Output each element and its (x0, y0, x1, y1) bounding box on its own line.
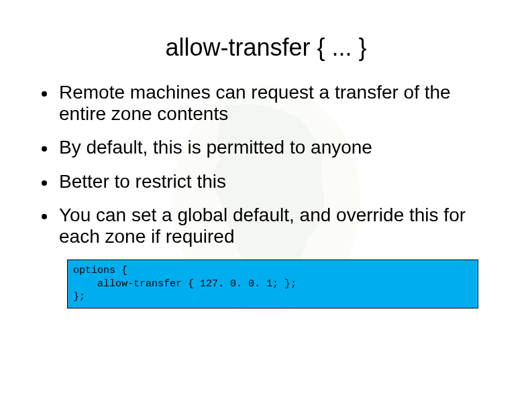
list-item: By default, this is permitted to anyone (42, 137, 492, 158)
bullet-text: You can set a global default, and overri… (59, 205, 492, 247)
bullet-text: Remote machines can request a transfer o… (59, 82, 492, 125)
bullet-text: By default, this is permitted to anyone (59, 137, 372, 158)
code-example: options { allow-transfer { 127. 0. 0. 1;… (67, 260, 478, 308)
list-item: Remote machines can request a transfer o… (42, 82, 492, 125)
bullet-icon (42, 180, 47, 186)
list-item: You can set a global default, and overri… (42, 205, 492, 247)
slide: allow-transfer { ... } Remote machines c… (0, 0, 532, 399)
list-item: Better to restrict this (42, 171, 492, 192)
bullet-icon (42, 91, 47, 97)
bullet-icon (42, 146, 47, 152)
bullet-text: Better to restrict this (59, 171, 226, 192)
slide-title: allow-transfer { ... } (27, 34, 505, 62)
bullet-list: Remote machines can request a transfer o… (42, 82, 492, 247)
bullet-icon (42, 214, 47, 219)
